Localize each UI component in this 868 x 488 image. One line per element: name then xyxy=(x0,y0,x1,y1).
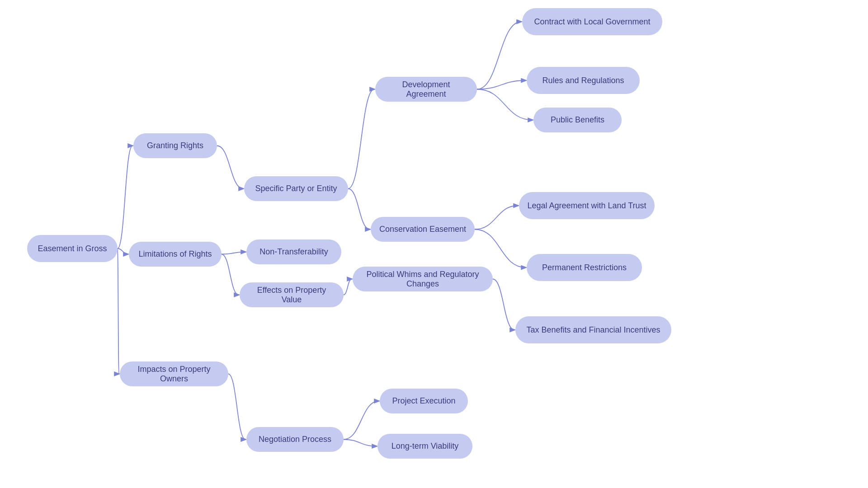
node-easement: Easement in Gross xyxy=(27,235,118,262)
node-public: Public Benefits xyxy=(533,108,622,132)
node-impacts: Impacts on Property Owners xyxy=(120,361,228,386)
node-legal: Legal Agreement with Land Trust xyxy=(519,192,655,219)
node-political: Political Whims and Regulatory Changes xyxy=(353,267,493,291)
node-effects: Effects on Property Value xyxy=(240,282,344,307)
node-permanent: Permanent Restrictions xyxy=(527,254,642,281)
node-specific: Specific Party or Entity xyxy=(244,176,348,201)
node-longterm: Long-term Viability xyxy=(377,434,472,459)
node-development: Development Agreement xyxy=(375,77,477,102)
node-tax: Tax Benefits and Financial Incentives xyxy=(515,316,671,343)
node-project: Project Execution xyxy=(380,389,468,413)
node-container: Easement in GrossGranting RightsLimitati… xyxy=(0,0,868,488)
node-contract: Contract with Local Government xyxy=(522,8,662,35)
node-negotiation: Negotiation Process xyxy=(246,427,344,452)
node-limitations: Limitations of Rights xyxy=(129,242,222,267)
node-rules: Rules and Regulations xyxy=(527,67,640,94)
node-conservation: Conservation Easement xyxy=(371,217,475,242)
node-non-transfer: Non-Transferability xyxy=(246,239,341,264)
node-granting: Granting Rights xyxy=(133,133,217,158)
